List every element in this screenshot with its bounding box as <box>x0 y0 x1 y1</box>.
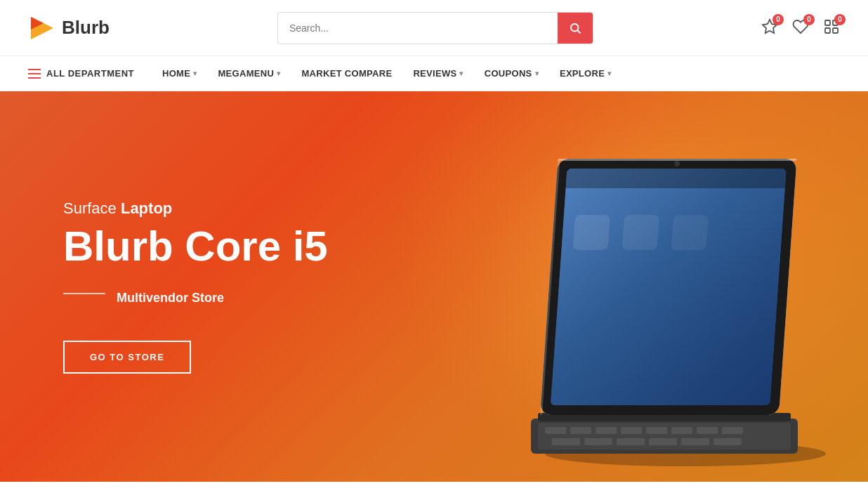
chevron-down-icon: ▾ <box>459 70 463 77</box>
svg-rect-37 <box>558 159 796 161</box>
svg-rect-24 <box>681 438 709 445</box>
wishlist-icon-wrap[interactable]: 0 <box>761 18 778 38</box>
nav-item-megamenu[interactable]: MEGAMENU ▾ <box>218 68 280 79</box>
svg-rect-15 <box>621 427 642 434</box>
svg-rect-31 <box>551 169 787 405</box>
svg-rect-17 <box>671 427 692 434</box>
svg-rect-8 <box>833 28 838 33</box>
logo-text: Blurb <box>62 17 110 39</box>
svg-rect-16 <box>646 427 667 434</box>
svg-rect-35 <box>671 215 709 250</box>
svg-rect-32 <box>566 169 787 188</box>
svg-rect-21 <box>584 438 612 445</box>
hero-subtitle: Surface Laptop <box>63 199 328 218</box>
svg-rect-25 <box>714 438 742 445</box>
nav-item-home[interactable]: HOME ▾ <box>162 68 197 79</box>
chevron-down-icon: ▾ <box>607 70 611 77</box>
go-to-store-button[interactable]: GO TO STORE <box>63 341 191 374</box>
hero-divider <box>63 293 105 294</box>
hero-tablet-image <box>475 145 826 482</box>
chevron-down-icon: ▾ <box>277 70 280 77</box>
hamburger-icon <box>28 69 41 79</box>
svg-rect-12 <box>545 427 566 434</box>
heart-icon-wrap[interactable]: 0 <box>792 18 809 38</box>
svg-rect-23 <box>649 438 677 445</box>
search-icon <box>569 22 581 34</box>
cart-badge: 0 <box>803 14 815 25</box>
search-bar <box>277 12 593 44</box>
svg-rect-20 <box>552 438 580 445</box>
svg-rect-33 <box>573 215 610 250</box>
svg-rect-19 <box>722 427 743 434</box>
hero-section: Surface Laptop Blurb Core i5 Multivendor… <box>0 91 868 482</box>
nav-item-explore[interactable]: EXPLORE ▾ <box>560 68 612 79</box>
logo[interactable]: Blurb <box>28 14 110 42</box>
svg-rect-5 <box>825 20 830 25</box>
logo-icon <box>28 14 56 42</box>
svg-rect-7 <box>825 28 830 33</box>
compare-badge: 0 <box>834 14 846 25</box>
header-icons: 0 0 0 <box>761 18 840 38</box>
nav-item-market-compare[interactable]: MARKET COMPARE <box>301 68 392 79</box>
main-nav: ALL DEPARTMENT HOME ▾ MEGAMENU ▾ MARKET … <box>0 56 868 91</box>
nav-menu: HOME ▾ MEGAMENU ▾ MARKET COMPARE REVIEWS… <box>162 68 612 79</box>
svg-rect-18 <box>697 427 718 434</box>
search-button[interactable] <box>558 13 593 44</box>
hero-title: Blurb Core i5 <box>63 223 328 270</box>
nav-item-reviews[interactable]: REVIEWS ▾ <box>413 68 463 79</box>
compare-icon-wrap[interactable]: 0 <box>823 18 840 38</box>
hero-tagline: Multivendor Store <box>63 291 328 305</box>
all-department[interactable]: ALL DEPARTMENT <box>28 68 134 79</box>
tablet-svg <box>475 145 826 482</box>
svg-rect-11 <box>538 423 791 449</box>
nav-link-home[interactable]: HOME ▾ <box>162 68 197 79</box>
search-input[interactable] <box>278 15 558 41</box>
nav-item-coupons[interactable]: COUPONS ▾ <box>485 68 539 79</box>
chevron-down-icon: ▾ <box>193 70 197 77</box>
all-department-label: ALL DEPARTMENT <box>46 68 134 79</box>
hero-content: Surface Laptop Blurb Core i5 Multivendor… <box>0 199 328 374</box>
wishlist-badge: 0 <box>772 14 784 25</box>
header: Blurb 0 0 <box>0 0 868 56</box>
svg-point-2 <box>571 24 579 32</box>
nav-link-explore[interactable]: EXPLORE ▾ <box>560 68 612 79</box>
svg-line-3 <box>577 30 580 33</box>
nav-link-megamenu[interactable]: MEGAMENU ▾ <box>218 68 280 79</box>
nav-link-coupons[interactable]: COUPONS ▾ <box>485 68 539 79</box>
svg-rect-13 <box>570 427 591 434</box>
nav-link-market-compare[interactable]: MARKET COMPARE <box>301 68 392 79</box>
nav-link-reviews[interactable]: REVIEWS ▾ <box>413 68 463 79</box>
svg-rect-22 <box>617 438 645 445</box>
chevron-down-icon: ▾ <box>535 70 539 77</box>
svg-rect-14 <box>596 427 617 434</box>
svg-rect-34 <box>622 215 659 250</box>
